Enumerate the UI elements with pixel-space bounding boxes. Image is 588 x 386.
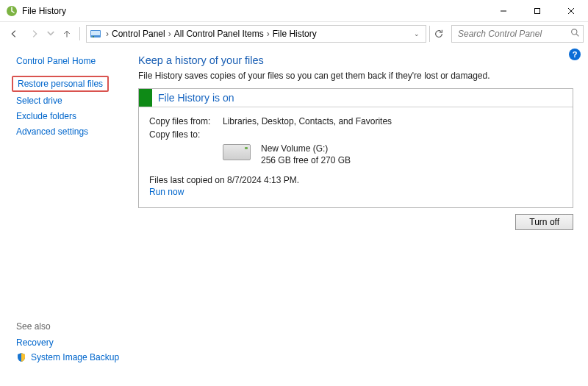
title-bar: File History: [0, 0, 588, 22]
drive-icon: [223, 144, 251, 160]
search-icon[interactable]: [570, 28, 580, 40]
close-button[interactable]: [554, 0, 588, 22]
see-also-recovery[interactable]: Recovery: [16, 337, 54, 348]
last-copy-text: Files last copied on 8/7/2024 4:13 PM.: [149, 175, 562, 185]
run-now-link[interactable]: Run now: [149, 187, 184, 197]
back-button[interactable]: [4, 24, 24, 43]
see-also-heading: See also: [16, 321, 125, 332]
navigation-bar: › Control Panel › All Control Panel Item…: [0, 22, 588, 46]
search-box[interactable]: [451, 25, 584, 43]
sidebar-select-drive[interactable]: Select drive: [16, 96, 62, 106]
sidebar: Control Panel Home Restore personal file…: [0, 46, 132, 386]
breadcrumb-item[interactable]: File History: [273, 29, 317, 39]
copy-from-value: Libraries, Desktop, Contacts, and Favori…: [223, 116, 392, 126]
minimize-button[interactable]: [487, 0, 520, 22]
chevron-right-icon[interactable]: ›: [104, 29, 110, 39]
status-strip: [139, 89, 152, 107]
sidebar-restore-personal-files[interactable]: Restore personal files: [12, 76, 109, 92]
breadcrumb-item[interactable]: All Control Panel Items: [174, 29, 264, 39]
window-controls: [487, 0, 588, 22]
chevron-right-icon[interactable]: ›: [167, 29, 173, 39]
app-icon: [6, 5, 18, 17]
page-description: File History saves copies of your files …: [138, 71, 573, 81]
drive-free-space: 256 GB free of 270 GB: [261, 154, 351, 166]
copy-from-label: Copy files from:: [149, 116, 211, 126]
control-panel-icon: [90, 28, 101, 40]
chevron-right-icon[interactable]: ›: [265, 29, 271, 39]
main-pane: Keep a history of your files File Histor…: [132, 46, 588, 386]
forward-button[interactable]: [25, 24, 44, 43]
svg-point-8: [572, 29, 577, 35]
svg-point-7: [93, 36, 94, 37]
turn-off-button[interactable]: Turn off: [515, 214, 573, 230]
svg-rect-2: [535, 8, 540, 13]
file-history-panel: File History is on Copy files from: Libr…: [138, 88, 573, 208]
panel-header-text: File History is on: [152, 89, 240, 107]
sidebar-advanced-settings[interactable]: Advanced settings: [16, 126, 88, 137]
panel-header: File History is on: [139, 89, 573, 107]
panel-body: Copy files from: Libraries, Desktop, Con…: [139, 107, 573, 207]
recent-locations-button[interactable]: [46, 24, 56, 43]
breadcrumb-item[interactable]: Control Panel: [112, 29, 165, 39]
refresh-button[interactable]: [429, 26, 447, 42]
copy-to-label: Copy files to:: [149, 129, 211, 140]
nav-divider: [79, 27, 80, 40]
sidebar-exclude-folders[interactable]: Exclude folders: [16, 111, 76, 121]
address-bar[interactable]: › Control Panel › All Control Panel Item…: [86, 25, 426, 43]
window-title: File History: [22, 6, 66, 16]
search-input[interactable]: [456, 28, 570, 40]
sidebar-home-link[interactable]: Control Panel Home: [16, 56, 96, 66]
content-area: Control Panel Home Restore personal file…: [0, 46, 588, 386]
shield-icon: [16, 352, 26, 362]
svg-line-9: [576, 34, 578, 36]
see-also-system-image-backup[interactable]: System Image Backup: [31, 352, 119, 362]
address-dropdown-icon[interactable]: ⌄: [411, 30, 423, 37]
up-button[interactable]: [57, 24, 76, 43]
maximize-button[interactable]: [520, 0, 554, 22]
svg-rect-6: [91, 31, 100, 35]
drive-name: New Volume (G:): [261, 143, 351, 154]
page-title: Keep a history of your files: [138, 54, 573, 66]
